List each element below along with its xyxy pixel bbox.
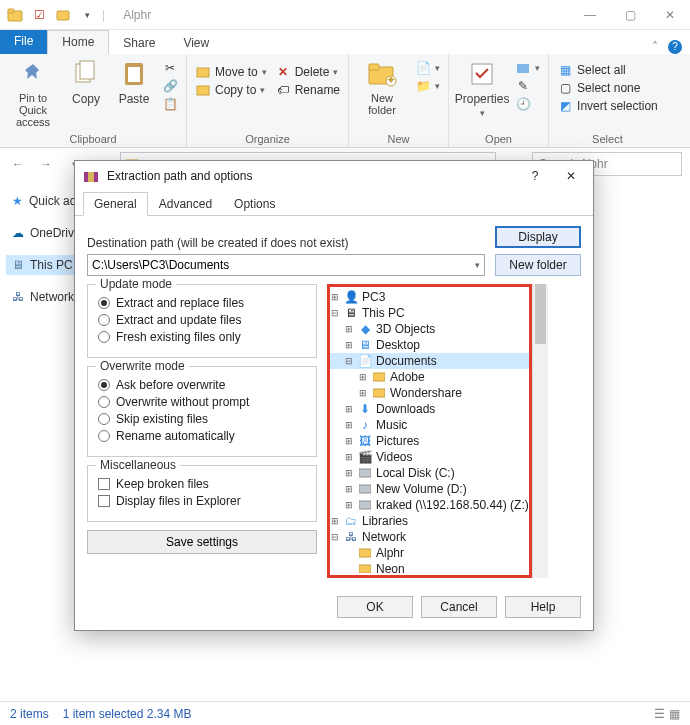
cut-button[interactable]: ✂ bbox=[162, 60, 178, 76]
tab-file[interactable]: File bbox=[0, 30, 47, 54]
tree-item-alphr[interactable]: Alphr bbox=[330, 545, 529, 561]
open-icon bbox=[515, 60, 531, 76]
shortcut-icon: 📋 bbox=[162, 96, 178, 112]
radio-icon bbox=[98, 396, 110, 408]
select-none-icon: ▢ bbox=[557, 80, 573, 96]
cancel-button[interactable]: Cancel bbox=[421, 596, 497, 618]
network-icon: 🖧 bbox=[12, 290, 24, 304]
tree-item-libraries[interactable]: ⊞🗂Libraries bbox=[330, 513, 529, 529]
dialog-close-button[interactable]: ✕ bbox=[557, 169, 585, 183]
folder-tree-view[interactable]: ⊞👤PC3 ⊟🖥This PC ⊞◆3D Objects ⊞🖥Desktop ⊟… bbox=[330, 289, 529, 573]
open-button[interactable]: ▾ bbox=[515, 60, 540, 76]
paste-shortcut-button[interactable]: 📋 bbox=[162, 96, 178, 112]
copy-path-button[interactable]: 🔗 bbox=[162, 78, 178, 94]
dialog-tabs: General Advanced Options bbox=[75, 191, 593, 216]
svg-rect-22 bbox=[359, 501, 371, 509]
svg-rect-21 bbox=[359, 485, 371, 493]
easy-access-button[interactable]: 📁▾ bbox=[415, 78, 440, 94]
scrollbar-thumb[interactable] bbox=[535, 284, 546, 344]
tree-item-newvol[interactable]: ⊞New Volume (D:) bbox=[330, 481, 529, 497]
star-icon: ★ bbox=[12, 194, 23, 208]
tree-item-desktop[interactable]: ⊞🖥Desktop bbox=[330, 337, 529, 353]
radio-extract-replace[interactable]: Extract and replace files bbox=[98, 296, 306, 310]
history-button[interactable]: 🕘 bbox=[515, 96, 540, 112]
ribbon-collapse-icon[interactable]: ˄ bbox=[652, 40, 658, 54]
tree-item-pictures[interactable]: ⊞🖼Pictures bbox=[330, 433, 529, 449]
tree-item-downloads[interactable]: ⊞⬇Downloads bbox=[330, 401, 529, 417]
pin-button[interactable]: Pin to Quick access bbox=[8, 58, 58, 128]
chevron-down-icon[interactable]: ▾ bbox=[475, 260, 480, 270]
tree-highlight: ⊞👤PC3 ⊟🖥This PC ⊞◆3D Objects ⊞🖥Desktop ⊟… bbox=[327, 284, 532, 578]
dialog-help-button[interactable]: ? bbox=[521, 169, 549, 183]
tree-item-kraked[interactable]: ⊞kraked (\\192.168.50.44) (Z:) bbox=[330, 497, 529, 513]
checkbox-icon[interactable]: ☑ bbox=[30, 6, 48, 24]
tree-scrollbar[interactable] bbox=[532, 284, 548, 578]
tab-view[interactable]: View bbox=[169, 32, 223, 54]
minimize-button[interactable]: — bbox=[570, 0, 610, 30]
paste-button[interactable]: Paste bbox=[114, 58, 154, 106]
tab-options[interactable]: Options bbox=[223, 192, 286, 216]
thumbnails-view-button[interactable]: ▦ bbox=[669, 707, 680, 721]
folder-icon[interactable] bbox=[6, 6, 24, 24]
back-button[interactable]: ← bbox=[8, 157, 28, 171]
copy-to-button[interactable]: Copy to▾ bbox=[195, 82, 267, 98]
help-button[interactable]: Help bbox=[505, 596, 581, 618]
radio-overwrite-noprompt[interactable]: Overwrite without prompt bbox=[98, 395, 306, 409]
new-folder-button[interactable]: New folder bbox=[495, 254, 581, 276]
ok-button[interactable]: OK bbox=[337, 596, 413, 618]
tree-item-pc3[interactable]: ⊞👤PC3 bbox=[330, 289, 529, 305]
tree-item-music[interactable]: ⊞♪Music bbox=[330, 417, 529, 433]
details-view-button[interactable]: ☰ bbox=[654, 707, 665, 721]
maximize-button[interactable]: ▢ bbox=[610, 0, 650, 30]
qat-dropdown-icon[interactable]: ▾ bbox=[78, 6, 96, 24]
tab-home[interactable]: Home bbox=[47, 30, 109, 54]
tree-item-documents[interactable]: ⊟📄Documents bbox=[330, 353, 529, 369]
radio-ask-overwrite[interactable]: Ask before overwrite bbox=[98, 378, 306, 392]
tree-item-videos[interactable]: ⊞🎬Videos bbox=[330, 449, 529, 465]
delete-icon: ✕ bbox=[275, 64, 291, 80]
tree-item-adobe[interactable]: ⊞Adobe bbox=[330, 369, 529, 385]
tree-item-neon[interactable]: Neon bbox=[330, 561, 529, 573]
edit-button[interactable]: ✎ bbox=[515, 78, 540, 94]
display-button[interactable]: Display bbox=[495, 226, 581, 248]
copy-icon bbox=[70, 58, 102, 90]
radio-fresh-existing[interactable]: Fresh existing files only bbox=[98, 330, 306, 344]
tab-general[interactable]: General bbox=[83, 192, 148, 216]
svg-rect-23 bbox=[359, 549, 371, 557]
new-folder-icon: ✦ bbox=[366, 58, 398, 90]
new-folder-button[interactable]: ✦ New folder bbox=[357, 58, 407, 116]
new-item-button[interactable]: 📄▾ bbox=[415, 60, 440, 76]
check-keep-broken[interactable]: Keep broken files bbox=[98, 477, 306, 491]
rename-button[interactable]: 🏷Rename bbox=[275, 82, 340, 98]
select-all-button[interactable]: ▦Select all bbox=[557, 62, 658, 78]
update-mode-group: Update mode Extract and replace files Ex… bbox=[87, 284, 317, 358]
tab-advanced[interactable]: Advanced bbox=[148, 192, 223, 216]
radio-skip-existing[interactable]: Skip existing files bbox=[98, 412, 306, 426]
help-icon[interactable]: ? bbox=[668, 40, 682, 54]
copy-button[interactable]: Copy bbox=[66, 58, 106, 106]
copyto-icon bbox=[195, 82, 211, 98]
tree-item-thispc[interactable]: ⊟🖥This PC bbox=[330, 305, 529, 321]
tree-item-3dobjects[interactable]: ⊞◆3D Objects bbox=[330, 321, 529, 337]
tree-item-network[interactable]: ⊟🖧Network bbox=[330, 529, 529, 545]
save-settings-button[interactable]: Save settings bbox=[87, 530, 317, 554]
select-none-button[interactable]: ▢Select none bbox=[557, 80, 658, 96]
invert-selection-button[interactable]: ◩Invert selection bbox=[557, 98, 658, 114]
destination-input[interactable]: C:\Users\PC3\Documents ▾ bbox=[87, 254, 485, 276]
check-display-explorer[interactable]: Display files in Explorer bbox=[98, 494, 306, 508]
close-button[interactable]: ✕ bbox=[650, 0, 690, 30]
tab-share[interactable]: Share bbox=[109, 32, 169, 54]
tree-item-wondershare[interactable]: ⊞Wondershare bbox=[330, 385, 529, 401]
forward-button[interactable]: → bbox=[36, 157, 56, 171]
user-icon: 👤 bbox=[344, 290, 358, 304]
tree-item-localdisk[interactable]: ⊞Local Disk (C:) bbox=[330, 465, 529, 481]
delete-button[interactable]: ✕Delete▾ bbox=[275, 64, 340, 80]
properties-button[interactable]: Properties▾ bbox=[457, 58, 507, 118]
radio-extract-update[interactable]: Extract and update files bbox=[98, 313, 306, 327]
copy-label: Copy bbox=[72, 92, 100, 106]
move-to-button[interactable]: Move to▾ bbox=[195, 64, 267, 80]
radio-rename-auto[interactable]: Rename automatically bbox=[98, 429, 306, 443]
svg-rect-17 bbox=[88, 172, 94, 182]
group-select-label: Select bbox=[557, 131, 658, 145]
folder-small-icon[interactable] bbox=[54, 6, 72, 24]
